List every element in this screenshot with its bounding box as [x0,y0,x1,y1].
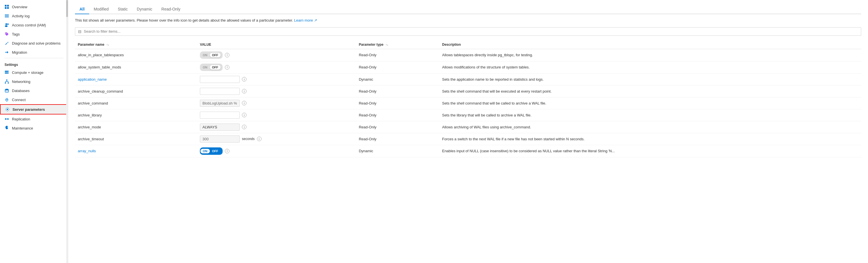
svg-rect-2 [5,7,6,9]
svg-point-25 [7,109,8,110]
divider [4,58,63,58]
sidebar-item-activity-log[interactable]: Activity log [0,11,68,21]
param-name-link[interactable]: array_nulls [78,149,96,153]
param-text-input[interactable] [200,112,240,119]
table-row: application_nameiDynamicSets the applica… [75,73,861,85]
info-icon[interactable]: i [242,101,246,106]
param-text-input[interactable] [200,100,240,107]
toggle-off[interactable]: ONOFF [200,64,223,71]
info-icon[interactable]: i [242,77,246,82]
filter-icon: ⊟ [78,29,82,34]
svg-point-27 [7,118,9,120]
param-name-cell: allow_in_place_tablespaces [75,49,197,61]
svg-rect-15 [6,80,7,80]
param-name-link[interactable]: application_name [78,77,107,82]
sidebar-item-tags[interactable]: Tags [0,30,68,39]
sidebar-item-connect[interactable]: Connect [0,95,68,104]
sort-icon[interactable]: ↑↓ [106,43,109,46]
sidebar-item-label: Migration [12,50,27,55]
param-description-cell: Allows modifications of the structure of… [439,61,861,73]
replication-icon [4,117,9,121]
sidebar-item-maintenance[interactable]: Maintenance [0,123,68,133]
sidebar-item-label: Connect [12,98,26,102]
svg-point-10 [6,33,6,34]
sidebar-item-access-control[interactable]: Access control (IAM) [0,21,68,30]
tab-static[interactable]: Static [113,4,132,14]
param-value-cell: i [197,73,356,85]
svg-rect-6 [5,17,9,17]
learn-more-link[interactable]: Learn more ↗ [294,18,317,23]
sidebar-item-diagnose[interactable]: Diagnose and solve problems [0,39,68,48]
tab-modified[interactable]: Modified [89,4,113,14]
svg-rect-5 [5,16,9,16]
sidebar-item-networking[interactable]: Networking [0,77,68,86]
tab-all[interactable]: All [75,4,89,14]
sidebar-item-label: Replication [12,117,30,121]
info-icon[interactable]: i [242,89,246,93]
param-type-cell: Read-Only [356,49,439,61]
sidebar-item-label: Databases [12,89,30,93]
sidebar-item-label: Compute + storage [12,70,43,75]
sidebar-item-label: Activity log [12,14,30,18]
param-type-cell: Read-Only [356,61,439,73]
svg-point-23 [5,90,8,91]
toggle-off[interactable]: ONOFF [200,51,223,59]
search-input[interactable] [84,29,858,33]
svg-rect-3 [7,7,9,9]
svg-point-7 [5,23,7,25]
sidebar-item-label: Diagnose and solve problems [12,41,60,46]
param-description-cell: Sets the shell command that will be call… [439,97,861,109]
col-header-param-name: Parameter name ↑↓ [75,40,197,49]
sidebar-item-replication[interactable]: Replication [0,114,68,123]
info-icon[interactable]: i [242,125,246,129]
table-row: archive_cleanup_commandiRead-OnlySets th… [75,85,861,97]
sidebar-item-overview[interactable]: Overview [0,2,68,11]
sidebar: Overview Activity log Access control (IA… [0,0,68,263]
tab-dynamic[interactable]: Dynamic [132,4,157,14]
svg-rect-16 [5,83,6,84]
table-row: allow_in_place_tablespacesONOFFiRead-Onl… [75,49,861,61]
param-name-cell: archive_mode [75,121,197,133]
info-icon[interactable]: i [242,113,246,117]
param-value-cell: secondsi [197,133,356,145]
param-text-input[interactable] [200,136,240,143]
param-text-input[interactable] [200,76,240,83]
svg-rect-0 [5,5,6,6]
sidebar-item-server-parameters[interactable]: Server parameters [0,104,68,114]
param-type-cell: Read-Only [356,97,439,109]
sidebar-item-compute-storage[interactable]: Compute + storage [0,68,68,77]
sidebar-item-label: Networking [12,80,30,84]
tab-read-only[interactable]: Read-Only [157,4,185,14]
param-type-cell: Dynamic [356,145,439,157]
param-description-cell: Enables input of NULL (case insensitive)… [439,145,861,157]
sidebar-item-label: Access control (IAM) [12,23,46,27]
sidebar-item-migration[interactable]: Migration [0,48,68,57]
param-description-cell: Sets the application name to be reported… [439,73,861,85]
param-value-cell: ONOFFi [197,145,356,157]
table-row: allow_system_table_modsONOFFiRead-OnlyAl… [75,61,861,73]
db-icon [4,88,9,93]
table-row: archive_timeoutsecondsiRead-OnlyForces a… [75,133,861,145]
param-text-input[interactable] [200,88,240,95]
param-select[interactable]: ALWAYS [200,123,240,130]
wrench-icon [4,41,9,46]
info-icon[interactable]: i [225,65,229,69]
list-icon [4,13,9,18]
sort-icon[interactable]: ↑↓ [385,43,389,46]
sidebar-item-label: Server parameters [12,107,45,112]
sidebar-item-databases[interactable]: Databases [0,86,68,95]
param-description-cell: Sets the shell command that will be exec… [439,85,861,97]
svg-rect-4 [5,14,9,15]
info-icon[interactable]: i [225,149,229,153]
param-type-cell: Read-Only [356,85,439,97]
svg-rect-17 [8,83,9,84]
toggle-on[interactable]: ONOFF [200,147,223,155]
plug-icon [4,97,9,102]
param-name-cell: archive_cleanup_command [75,85,197,97]
info-icon[interactable]: i [225,53,229,57]
param-name-cell: application_name [75,73,197,85]
grid-icon [4,4,9,9]
info-icon[interactable]: i [257,137,261,141]
tab-bar: All Modified Static Dynamic Read-Only [75,4,861,14]
param-description-cell: Allows tablespaces directly inside pg_tb… [439,49,861,61]
